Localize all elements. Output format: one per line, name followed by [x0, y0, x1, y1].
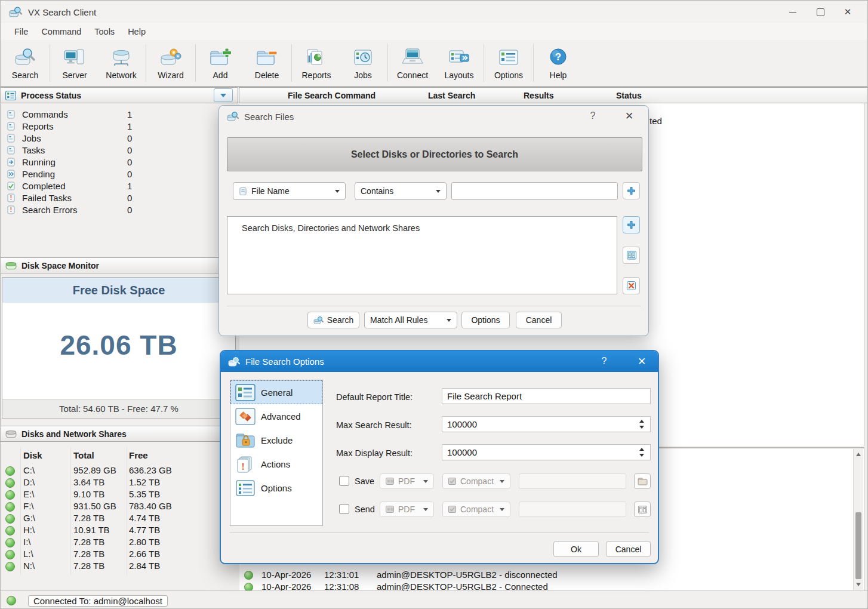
column-header-file-search-command[interactable]: File Search Command: [288, 91, 375, 100]
max-search-result-stepper[interactable]: [442, 416, 651, 432]
column-header-disk[interactable]: Disk: [23, 450, 42, 460]
list-item[interactable]: Completed 1: [1, 180, 237, 192]
toolbar-help-button[interactable]: ? Help: [535, 40, 581, 86]
toolbar-options-button[interactable]: Options: [485, 40, 532, 86]
dialog-close-button[interactable]: ✕: [635, 355, 648, 368]
sidebar-item-advanced[interactable]: Advanced: [230, 404, 322, 428]
send-target-field[interactable]: [519, 502, 626, 517]
search-operator-combo[interactable]: Contains: [355, 182, 447, 200]
connection-status-icon: [7, 596, 16, 605]
toolbar-network-button[interactable]: Network: [98, 40, 144, 86]
maximize-button[interactable]: [807, 1, 834, 23]
spin-up-icon[interactable]: [639, 448, 644, 451]
sidebar-item-options[interactable]: Options: [230, 476, 322, 500]
search-query-input[interactable]: [451, 182, 618, 200]
disk-space-totals: Total: 54.60 TB - Free: 47.7 %: [2, 399, 235, 418]
menu-tools[interactable]: Tools: [88, 27, 121, 36]
chevron-down-icon: [500, 508, 504, 511]
sidebar-item-general[interactable]: General: [230, 380, 322, 404]
send-checkbox[interactable]: [339, 504, 349, 514]
save-mode-combo[interactable]: Compact: [442, 473, 510, 489]
match-rules-combo[interactable]: Match All Rules: [364, 312, 457, 328]
column-header-status[interactable]: Status: [616, 91, 642, 100]
chevron-down-icon: [436, 190, 441, 193]
spin-up-icon[interactable]: [639, 420, 644, 423]
cancel-button[interactable]: Cancel: [516, 312, 562, 328]
table-row[interactable]: I:\7.28 TB2.80 TB: [1, 537, 237, 549]
dialog-help-button[interactable]: ?: [587, 110, 599, 121]
edit-target-button[interactable]: [623, 247, 640, 264]
panel-dropdown-button[interactable]: [214, 88, 233, 102]
list-item[interactable]: Jobs 0: [1, 132, 237, 144]
table-row[interactable]: E:\9.10 TB5.35 TB: [1, 489, 237, 501]
table-row[interactable]: D:\3.64 TB1.52 TB: [1, 477, 237, 489]
sidebar-item-actions[interactable]: ! Actions: [230, 452, 322, 476]
column-header-free[interactable]: Free: [129, 450, 148, 460]
toolbar-jobs-button[interactable]: Jobs: [340, 40, 386, 86]
drive-status-icon: [5, 562, 15, 571]
browse-folder-button[interactable]: [634, 473, 651, 489]
remove-target-button[interactable]: [623, 277, 640, 294]
save-path-field[interactable]: [519, 473, 626, 489]
list-item[interactable]: Commands 1: [1, 108, 237, 120]
toolbar-server-button[interactable]: Server: [51, 40, 98, 86]
wizard-icon: [159, 47, 183, 68]
column-header-last-search[interactable]: Last Search: [428, 91, 475, 100]
add-rule-button[interactable]: [623, 182, 640, 199]
scroll-down-icon[interactable]: [856, 583, 861, 586]
send-target-button[interactable]: [634, 502, 651, 517]
scroll-up-icon[interactable]: [856, 453, 861, 456]
list-item[interactable]: ! Failed Tasks 0: [1, 192, 237, 204]
table-row[interactable]: F:\931.50 GB783.40 GB: [1, 501, 237, 513]
dialog-help-button[interactable]: ?: [598, 356, 610, 367]
list-item[interactable]: ! Search Errors 0: [1, 204, 237, 216]
report-title-input[interactable]: [442, 388, 651, 404]
menu-help[interactable]: Help: [121, 27, 152, 36]
drive-status-icon: [5, 550, 15, 559]
minimize-button[interactable]: [779, 1, 807, 23]
cancel-button[interactable]: Cancel: [606, 541, 651, 557]
max-display-result-stepper[interactable]: [442, 444, 651, 460]
search-field-type-combo[interactable]: File Name: [233, 182, 346, 200]
menu-file[interactable]: File: [8, 27, 35, 36]
ok-button[interactable]: Ok: [553, 541, 599, 557]
vertical-scrollbar[interactable]: [853, 449, 863, 590]
file-name-icon: [239, 187, 247, 196]
list-item[interactable]: Pending 0: [1, 168, 237, 180]
toolbar-reports-button[interactable]: Reports: [293, 40, 340, 86]
save-checkbox[interactable]: [339, 476, 349, 486]
menu-command[interactable]: Command: [35, 27, 88, 36]
column-header-results[interactable]: Results: [524, 91, 554, 100]
add-target-button[interactable]: [623, 216, 640, 233]
list-item[interactable]: Running 0: [1, 156, 237, 168]
table-row[interactable]: L:\7.28 TB2.66 TB: [1, 549, 237, 561]
table-row[interactable]: N:\7.28 TB2.84 TB: [1, 561, 237, 573]
toolbar-search-button[interactable]: Search: [2, 40, 48, 86]
list-item[interactable]: Tasks 0: [1, 144, 237, 156]
list-item[interactable]: Reports 1: [1, 120, 237, 132]
toolbar-delete-button[interactable]: Delete: [244, 40, 290, 86]
table-row[interactable]: G:\7.28 TB4.74 TB: [1, 513, 237, 525]
options-button[interactable]: Options: [461, 312, 510, 328]
send-mode-combo[interactable]: Compact: [442, 502, 510, 517]
dialog-close-button[interactable]: ✕: [623, 110, 636, 122]
sidebar-item-exclude[interactable]: Exclude: [230, 428, 322, 452]
column-header-total[interactable]: Total: [73, 450, 94, 460]
toolbar-add-button[interactable]: Add: [197, 40, 244, 86]
spin-down-icon[interactable]: [639, 454, 644, 457]
close-button[interactable]: ✕: [834, 1, 861, 23]
save-format-combo[interactable]: PDF: [380, 473, 434, 489]
scrollbar-thumb[interactable]: [855, 512, 861, 579]
search-button[interactable]: Search: [307, 312, 359, 328]
spin-down-icon[interactable]: [639, 426, 644, 429]
toolbar-wizard-button[interactable]: Wizard: [147, 40, 194, 86]
table-row[interactable]: C:\952.89 GB636.23 GB: [1, 465, 237, 477]
svg-text:!: !: [241, 461, 245, 472]
log-row[interactable]: 10-Apr-2026 12:31:01 admin@DESKTOP-U5RGL…: [239, 570, 864, 582]
toolbar-layouts-button[interactable]: Layouts: [436, 40, 482, 86]
search-targets-list[interactable]: Search Disks, Directories and Network Sh…: [227, 216, 617, 294]
toolbar-connect-button[interactable]: Connect: [389, 40, 436, 86]
send-format-combo[interactable]: PDF: [380, 502, 434, 517]
select-disks-button[interactable]: Select Disks or Directories to Search: [227, 137, 642, 171]
table-row[interactable]: H:\10.91 TB4.77 TB: [1, 525, 237, 537]
